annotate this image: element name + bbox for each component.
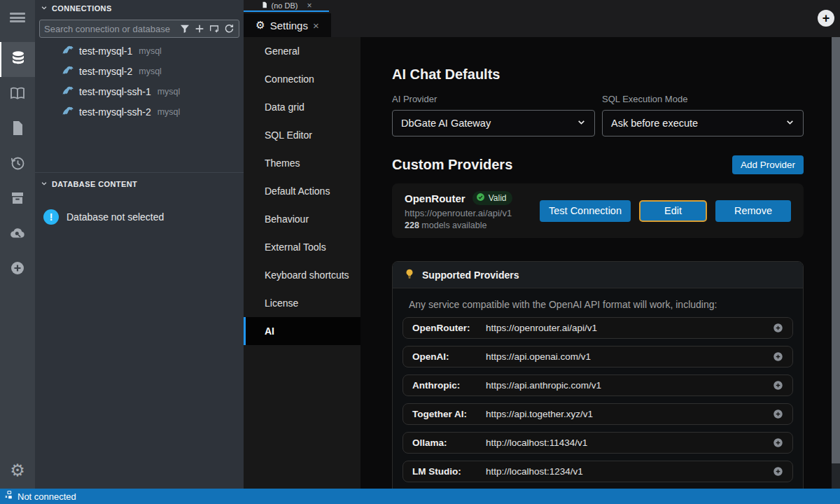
supported-provider-label: Together AI: bbox=[412, 409, 486, 419]
connection-item[interactable]: test-mysql-ssh-1 mysql bbox=[35, 81, 244, 102]
supported-provider-url: http://localhost:1234/v1 bbox=[486, 466, 773, 477]
settings-menu-item-general[interactable]: General bbox=[244, 37, 360, 65]
supported-provider-url: https://api.anthropic.com/v1 bbox=[486, 380, 773, 391]
supported-provider-row: LM Studio: http://localhost:1234/v1 bbox=[402, 461, 793, 482]
new-tab-button[interactable]: + bbox=[818, 10, 834, 27]
history-nav-button[interactable] bbox=[0, 147, 35, 182]
info-icon: ! bbox=[43, 209, 59, 225]
mysql-icon bbox=[62, 64, 79, 79]
supported-providers-title: Supported Providers bbox=[422, 270, 519, 281]
connection-item[interactable]: test-mysql-2 mysql bbox=[35, 61, 244, 81]
add-icon[interactable] bbox=[194, 23, 205, 34]
connection-engine: mysql bbox=[139, 66, 162, 76]
book-icon bbox=[9, 85, 26, 104]
cloud-search-nav-button[interactable] bbox=[0, 217, 35, 252]
database-content-title: DATABASE CONTENT bbox=[52, 180, 137, 188]
connections-header[interactable]: CONNECTIONS bbox=[35, 0, 244, 17]
ai-provider-select[interactable]: DbGate AI Gateway bbox=[392, 110, 595, 136]
gear-icon: ⚙ bbox=[255, 19, 265, 31]
refresh-icon[interactable] bbox=[223, 23, 234, 34]
plus-circle-icon[interactable] bbox=[773, 438, 783, 448]
plus-circle-icon[interactable] bbox=[773, 351, 783, 362]
settings-nav-button[interactable]: ⚙ bbox=[0, 453, 35, 488]
close-icon[interactable]: × bbox=[307, 1, 312, 10]
settings-menu-item-license[interactable]: License bbox=[244, 289, 360, 317]
connection-off-icon bbox=[4, 490, 14, 503]
test-connection-button[interactable]: Test Connection bbox=[540, 200, 631, 222]
settings-menu-item-ai[interactable]: AI bbox=[244, 317, 360, 345]
connections-title: CONNECTIONS bbox=[52, 4, 112, 13]
book-nav-button[interactable] bbox=[0, 77, 35, 112]
tab-settings[interactable]: ⚙ Settings × bbox=[244, 13, 331, 37]
add-circle-icon bbox=[9, 260, 26, 279]
remove-provider-button[interactable]: Remove bbox=[715, 200, 791, 222]
status-bar: Not connected bbox=[0, 489, 840, 504]
history-icon bbox=[9, 155, 26, 174]
settings-menu-item-default-actions[interactable]: Default Actions bbox=[244, 177, 360, 205]
menu-icon[interactable] bbox=[0, 0, 35, 35]
provider-url: https://openrouter.ai/api/v1 bbox=[405, 208, 540, 218]
supported-provider-label: OpenRouter: bbox=[412, 323, 486, 333]
supported-provider-row: OpenRouter: https://openrouter.ai/api/v1 bbox=[402, 317, 793, 339]
files-nav-button[interactable] bbox=[0, 112, 35, 147]
supported-provider-url: https://api.together.xyz/v1 bbox=[486, 409, 773, 419]
edit-provider-button[interactable]: Edit bbox=[639, 200, 707, 222]
supported-provider-label: Anthropic: bbox=[412, 380, 486, 391]
chevron-down-icon bbox=[41, 180, 48, 188]
filter-icon[interactable] bbox=[179, 23, 190, 34]
connection-item[interactable]: test-mysql-ssh-2 mysql bbox=[35, 102, 244, 122]
database-content-header[interactable]: DATABASE CONTENT bbox=[35, 176, 244, 192]
check-circle-icon bbox=[476, 192, 485, 204]
settings-menu-item-external-tools[interactable]: External Tools bbox=[244, 233, 360, 261]
supported-provider-label: Ollama: bbox=[412, 438, 486, 448]
plus-circle-icon[interactable] bbox=[773, 323, 783, 333]
connection-engine: mysql bbox=[139, 46, 162, 56]
settings-menu-item-data-grid[interactable]: Data grid bbox=[244, 93, 360, 121]
ai-chat-defaults-title: AI Chat Defaults bbox=[392, 66, 804, 83]
settings-menu-item-sql-editor[interactable]: SQL Editor bbox=[244, 121, 360, 149]
archive-nav-button[interactable] bbox=[0, 182, 35, 217]
provider-name: OpenRouter bbox=[405, 192, 465, 204]
settings-menu-item-keyboard-shortcuts[interactable]: Keyboard shortcuts bbox=[244, 261, 360, 289]
vertical-scrollbar[interactable] bbox=[832, 37, 840, 489]
settings-menu: General Connection Data grid SQL Editor … bbox=[244, 37, 360, 489]
mysql-icon bbox=[62, 43, 79, 59]
database-empty-message: Database not selected bbox=[66, 211, 164, 223]
connection-name: test-mysql-1 bbox=[79, 46, 132, 57]
chevron-down-icon bbox=[41, 4, 48, 13]
connection-item[interactable]: test-mysql-1 mysql bbox=[35, 41, 244, 61]
settings-menu-item-behaviour[interactable]: Behaviour bbox=[244, 205, 360, 233]
plus-circle-icon[interactable] bbox=[773, 466, 783, 477]
settings-menu-item-themes[interactable]: Themes bbox=[244, 149, 360, 177]
database-content-section: DATABASE CONTENT ! Database not selected bbox=[35, 172, 244, 225]
plus-circle-icon[interactable] bbox=[773, 380, 783, 391]
tab-settings-label: Settings bbox=[270, 20, 308, 31]
sql-execution-mode-value: Ask before execute bbox=[611, 118, 785, 129]
valid-status-label: Valid bbox=[489, 193, 507, 203]
connections-panel: CONNECTIONS Search connection or databas… bbox=[35, 0, 244, 489]
settings-ai-page: AI Chat Defaults AI Provider DbGate AI G… bbox=[360, 37, 832, 489]
connection-name: test-mysql-ssh-2 bbox=[79, 106, 151, 118]
chevron-down-icon bbox=[577, 117, 586, 130]
supported-provider-label: OpenAI: bbox=[412, 351, 486, 362]
tab-group-no-db[interactable]: (no DB) × bbox=[244, 0, 329, 12]
add-folder-icon[interactable] bbox=[209, 23, 220, 34]
chevron-down-icon bbox=[785, 117, 794, 130]
add-connection-nav-button[interactable] bbox=[0, 252, 35, 287]
ai-defaults-form: AI Provider DbGate AI Gateway SQL Execut… bbox=[392, 94, 804, 136]
scrollbar-thumb[interactable] bbox=[832, 37, 840, 463]
supported-provider-url: http://localhost:11434/v1 bbox=[486, 438, 773, 448]
provider-models-count: 228 models available bbox=[405, 220, 540, 230]
plus-circle-icon[interactable] bbox=[773, 409, 783, 419]
connection-search-input[interactable]: Search connection or database bbox=[39, 20, 239, 38]
close-icon[interactable]: × bbox=[313, 20, 319, 31]
database-icon bbox=[10, 50, 27, 69]
settings-menu-item-connection[interactable]: Connection bbox=[244, 65, 360, 93]
sql-execution-mode-select[interactable]: Ask before execute bbox=[602, 110, 804, 136]
cloud-search-icon bbox=[9, 225, 26, 244]
file-icon bbox=[261, 1, 268, 10]
database-empty-state: ! Database not selected bbox=[43, 209, 244, 225]
connection-name: test-mysql-ssh-1 bbox=[79, 86, 151, 97]
add-provider-button[interactable]: Add Provider bbox=[732, 155, 804, 174]
connections-nav-button[interactable] bbox=[0, 42, 35, 77]
